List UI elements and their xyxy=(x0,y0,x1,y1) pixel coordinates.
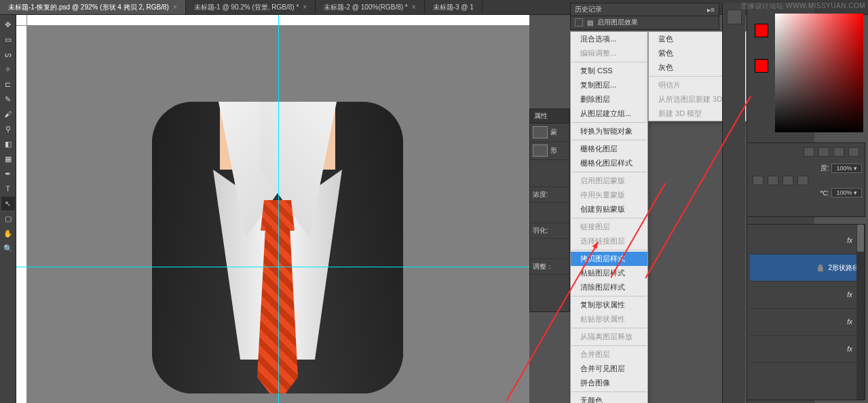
panel-tab-icon[interactable] xyxy=(848,147,859,157)
gradient-tool-icon[interactable]: ▦ xyxy=(1,152,15,166)
ruler-corner xyxy=(16,15,27,26)
tab-doc-4[interactable]: 未标题-3 @ 1 xyxy=(425,0,483,14)
menu-item[interactable]: 删除图层 xyxy=(571,92,647,107)
tab-doc-3[interactable]: 未标题-2 @ 100%(RGB/8) * × xyxy=(316,0,424,14)
lock-transparent-icon[interactable] xyxy=(753,176,763,185)
shape-tool-icon[interactable]: ▢ xyxy=(1,212,15,225)
menu-separator xyxy=(571,345,647,346)
layer-row[interactable]: fx▸ xyxy=(750,227,862,254)
tab-label: 未标题-2 @ 100%(RGB/8) * xyxy=(324,3,408,12)
guide-vertical[interactable] xyxy=(278,15,279,403)
menu-item[interactable]: 栅格化图层 xyxy=(571,142,647,156)
path-tool-icon[interactable]: ↖ xyxy=(1,197,15,210)
fx-badge: fx xyxy=(847,318,852,326)
menu-item[interactable]: 转换为智能对象 xyxy=(571,124,647,138)
menu-item[interactable]: 创建剪贴蒙版 xyxy=(571,202,647,216)
menu-item[interactable]: 合并可见图层 xyxy=(571,362,647,376)
eyedropper-tool-icon[interactable]: ✎ xyxy=(1,92,15,106)
canvas[interactable] xyxy=(16,15,529,403)
menu-separator xyxy=(571,172,647,172)
foreground-color-swatch[interactable] xyxy=(755,24,768,37)
hand-tool-icon[interactable]: ✋ xyxy=(1,227,15,240)
fx-badge: fx xyxy=(847,291,852,299)
lock-position-icon[interactable] xyxy=(782,176,793,185)
menu-separator xyxy=(571,296,647,296)
shape-thumb-icon[interactable] xyxy=(533,145,548,157)
menu-item[interactable]: 拼合图像 xyxy=(571,376,647,390)
color-picker-ramp[interactable] xyxy=(775,14,863,132)
pen-tool-icon[interactable]: ✒ xyxy=(1,167,15,180)
panel-icon[interactable] xyxy=(727,9,742,24)
wand-tool-icon[interactable]: ✧ xyxy=(1,62,15,76)
artwork-container xyxy=(47,34,529,403)
panel-tab-icon[interactable] xyxy=(833,147,844,157)
menu-item[interactable]: 栅格化图层样式 xyxy=(571,156,647,170)
menu-item[interactable]: 混合选项... xyxy=(571,32,647,46)
menu-item: 选择链接图层 xyxy=(571,234,647,248)
tools-panel: ✥ ▭ ᔕ ✧ ⊏ ✎ 🖌 ⚲ ◧ ▦ ✒ T ↖ ▢ ✋ 🔍 xyxy=(0,15,16,403)
close-icon[interactable]: × xyxy=(303,3,307,11)
attributes-panel-title[interactable]: 属性 xyxy=(530,109,569,123)
mask-label: 蒙 xyxy=(550,128,557,137)
menu-separator xyxy=(571,218,647,218)
stamp-tool-icon[interactable]: ⚲ xyxy=(1,122,15,136)
layers-panel: fx▸2形状路径fx▸fx▸fx▸ xyxy=(747,224,865,400)
panel-menu-icon[interactable]: ▸≡ xyxy=(707,6,715,14)
history-panel-title[interactable]: 历史记录 xyxy=(575,5,602,14)
history-panel: 历史记录 ▸≡ ▤ 启用图层效果 xyxy=(570,3,719,30)
tab-doc-1[interactable]: 未标题-1-恢复的.psd @ 292% (形状 4 拷贝 2, RGB/8) … xyxy=(0,0,186,14)
opacity-label: 度: xyxy=(820,164,829,173)
history-item[interactable]: ▤ 启用图层效果 xyxy=(571,16,719,28)
scrollbar[interactable] xyxy=(856,225,865,400)
background-color-swatch[interactable] xyxy=(755,59,768,73)
guide-horizontal[interactable] xyxy=(16,267,529,267)
layer-row[interactable]: 2形状路径 xyxy=(750,254,862,282)
checkbox-icon[interactable] xyxy=(575,18,583,26)
ruler-vertical[interactable] xyxy=(16,26,27,403)
layer-row[interactable]: fx▸ xyxy=(750,336,862,363)
scroll-thumb[interactable] xyxy=(857,225,864,252)
layer-row[interactable]: fx▸ xyxy=(750,309,862,336)
tab-label: 未标题-1-恢复的.psd @ 292% (形状 4 拷贝 2, RGB/8) xyxy=(8,3,169,12)
close-icon[interactable]: × xyxy=(412,3,416,11)
menu-item[interactable]: 无颜色 xyxy=(571,394,647,403)
menu-item[interactable]: 复制 CSS xyxy=(571,64,647,78)
type-tool-icon[interactable]: T xyxy=(1,182,15,195)
panel-tab-icon[interactable] xyxy=(804,147,814,157)
adjust-label: 调整： xyxy=(533,262,553,271)
menu-item: 合并图层 xyxy=(571,347,647,362)
tab-label: 未标题-1 @ 90.2% (背景, RGB/8) * xyxy=(194,3,299,12)
lasso-tool-icon[interactable]: ᔕ xyxy=(1,47,15,61)
panel-dock xyxy=(722,3,745,403)
zoom-tool-icon[interactable]: 🔍 xyxy=(1,242,15,255)
fill-dropdown[interactable]: 100% ▾ xyxy=(831,188,862,197)
menu-separator xyxy=(571,62,647,62)
menu-item[interactable]: 复制图层... xyxy=(571,78,647,92)
marquee-tool-icon[interactable]: ▭ xyxy=(1,33,15,46)
lock-icon xyxy=(816,264,824,271)
mask-thumb-icon[interactable] xyxy=(533,126,548,138)
attributes-panel: 属性 蒙 形 浓度: 羽化: 调整： xyxy=(529,109,570,312)
close-icon[interactable]: × xyxy=(173,3,177,11)
eraser-tool-icon[interactable]: ◧ xyxy=(1,137,15,151)
menu-item[interactable]: 拷贝图层样式 xyxy=(571,252,647,266)
menu-item[interactable]: 清除图层样式 xyxy=(571,280,647,294)
density-label: 浓度: xyxy=(533,190,548,199)
menu-separator xyxy=(571,140,647,140)
menu-item: 启用图层蒙版 xyxy=(571,174,647,188)
tab-doc-2[interactable]: 未标题-1 @ 90.2% (背景, RGB/8) * × xyxy=(186,0,316,14)
fx-badge: fx xyxy=(847,237,852,244)
lock-pixels-icon[interactable] xyxy=(768,176,778,185)
move-tool-icon[interactable]: ✥ xyxy=(1,18,15,31)
menu-item[interactable]: 从图层建立组... xyxy=(571,107,647,121)
opacity-dropdown[interactable]: 100% ▾ xyxy=(831,164,862,173)
lock-all-icon[interactable] xyxy=(797,176,808,185)
menu-item[interactable]: 复制形状属性 xyxy=(571,298,647,312)
crop-tool-icon[interactable]: ⊏ xyxy=(1,77,15,91)
menu-item: 粘贴形状属性 xyxy=(571,312,647,326)
panel-tab-icon[interactable] xyxy=(818,147,829,157)
brush-tool-icon[interactable]: 🖌 xyxy=(1,107,15,121)
layer-row[interactable]: fx▸ xyxy=(750,282,862,309)
menu-item: 从隔离图层释放 xyxy=(571,330,647,344)
history-item-label: 启用图层效果 xyxy=(597,18,638,27)
